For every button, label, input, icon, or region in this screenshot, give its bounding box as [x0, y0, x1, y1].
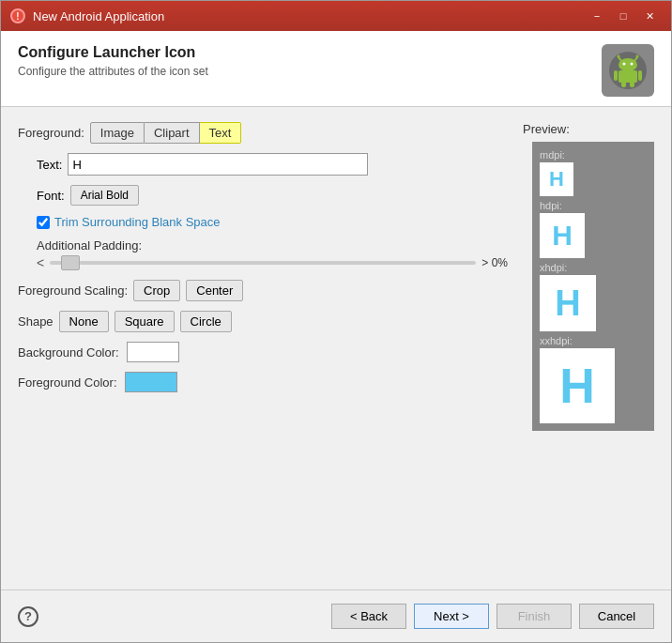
xhdpi-icon: H [540, 275, 596, 331]
scaling-label: Foreground Scaling: [18, 283, 128, 298]
preview-xxhdpi: xxhdpi: H [540, 335, 647, 423]
slider-row: < > 0% [37, 255, 508, 270]
tab-image[interactable]: Image [90, 122, 145, 144]
svg-point-3 [618, 55, 620, 58]
window-title: New Android Application [33, 9, 164, 23]
slider-thumb [61, 255, 80, 270]
svg-point-7 [631, 63, 634, 66]
minimize-button[interactable]: − [585, 7, 609, 25]
right-panel: Preview: mdpi: H hdpi: H xhdpi: H [523, 122, 654, 574]
background-color-label: Background Color: [18, 345, 119, 360]
xxhdpi-label: xxhdpi: [540, 335, 573, 346]
foreground-color-swatch[interactable] [125, 372, 177, 392]
shape-row: Shape None Square Circle [18, 311, 508, 332]
shape-label: Shape [18, 314, 53, 329]
foreground-color-row: Foreground Color: [18, 372, 508, 392]
padding-less-arrow[interactable]: < [37, 255, 44, 270]
svg-point-4 [636, 55, 639, 58]
title-bar-left: ! New Android Application [10, 8, 164, 23]
hdpi-label: hdpi: [540, 200, 562, 211]
title-controls: − □ ✕ [585, 7, 662, 25]
footer-left: ? [18, 606, 38, 627]
text-input[interactable] [68, 153, 368, 176]
page-subtitle: Configure the attributes of the icon set [18, 65, 208, 78]
font-button[interactable]: Arial Bold [70, 185, 139, 206]
preview-label: Preview: [523, 122, 570, 136]
maximize-button[interactable]: □ [611, 7, 635, 25]
svg-rect-9 [614, 70, 618, 81]
mdpi-icon: H [540, 162, 573, 196]
left-panel: Foreground: Image Clipart Text Text: Fon… [18, 122, 508, 574]
padding-more-label: > 0% [481, 256, 508, 269]
foreground-color-label: Foreground Color: [18, 375, 117, 390]
svg-rect-11 [621, 82, 626, 87]
android-logo [602, 44, 654, 97]
cancel-button[interactable]: Cancel [579, 604, 654, 629]
content-area: Foreground: Image Clipart Text Text: Fon… [1, 107, 671, 589]
tab-text[interactable]: Text [200, 122, 242, 144]
help-button[interactable]: ? [18, 606, 38, 627]
title-bar: ! New Android Application − □ ✕ [1, 1, 671, 31]
footer: ? < Back Next > Finish Cancel [1, 589, 671, 642]
svg-rect-10 [638, 70, 642, 81]
trim-checkbox[interactable] [37, 216, 50, 229]
back-button[interactable]: < Back [331, 604, 406, 629]
main-window: ! New Android Application − □ ✕ Configur… [0, 0, 672, 643]
font-row: Font: Arial Bold [37, 185, 508, 206]
shape-circle-button[interactable]: Circle [180, 311, 232, 332]
preview-box: mdpi: H hdpi: H xhdpi: H xxhdpi: H [532, 142, 654, 431]
svg-rect-12 [630, 82, 634, 87]
background-color-swatch[interactable] [127, 342, 179, 362]
foreground-row: Foreground: Image Clipart Text [18, 122, 508, 144]
shape-none-button[interactable]: None [59, 311, 109, 332]
footer-buttons: < Back Next > Finish Cancel [331, 604, 654, 629]
svg-point-5 [619, 58, 637, 71]
xxhdpi-icon: H [540, 348, 615, 423]
preview-panel: Preview: mdpi: H hdpi: H xhdpi: H [523, 122, 654, 431]
finish-button: Finish [496, 604, 572, 629]
background-color-row: Background Color: [18, 342, 508, 362]
close-button[interactable]: ✕ [637, 7, 662, 25]
font-label: Font: [37, 189, 65, 203]
xhdpi-label: xhdpi: [540, 262, 567, 273]
next-button[interactable]: Next > [414, 604, 489, 629]
padding-label: Additional Padding: [37, 238, 508, 253]
svg-point-6 [623, 63, 626, 66]
header-area: Configure Launcher Icon Configure the at… [1, 31, 671, 107]
header-text: Configure Launcher Icon Configure the at… [18, 44, 208, 78]
slider-track[interactable] [50, 261, 476, 265]
trim-row: Trim Surrounding Blank Space [37, 215, 508, 229]
preview-hdpi: hdpi: H [540, 200, 647, 258]
text-label: Text: [37, 158, 62, 172]
svg-rect-8 [619, 70, 637, 83]
hdpi-icon: H [540, 213, 585, 258]
padding-row: Additional Padding: < > 0% [37, 238, 508, 270]
shape-square-button[interactable]: Square [115, 311, 175, 332]
tab-clipart[interactable]: Clipart [145, 122, 200, 144]
crop-button[interactable]: Crop [133, 280, 180, 301]
trim-label: Trim Surrounding Blank Space [54, 215, 221, 229]
page-title: Configure Launcher Icon [18, 44, 208, 61]
mdpi-label: mdpi: [540, 149, 565, 161]
preview-xhdpi: xhdpi: H [540, 262, 647, 331]
scaling-row: Foreground Scaling: Crop Center [18, 280, 508, 301]
foreground-label: Foreground: [18, 126, 84, 140]
center-button[interactable]: Center [186, 280, 243, 301]
text-row: Text: [37, 153, 508, 176]
app-icon: ! [10, 8, 25, 23]
preview-mdpi: mdpi: H [540, 149, 647, 196]
foreground-tabs: Image Clipart Text [90, 122, 242, 144]
